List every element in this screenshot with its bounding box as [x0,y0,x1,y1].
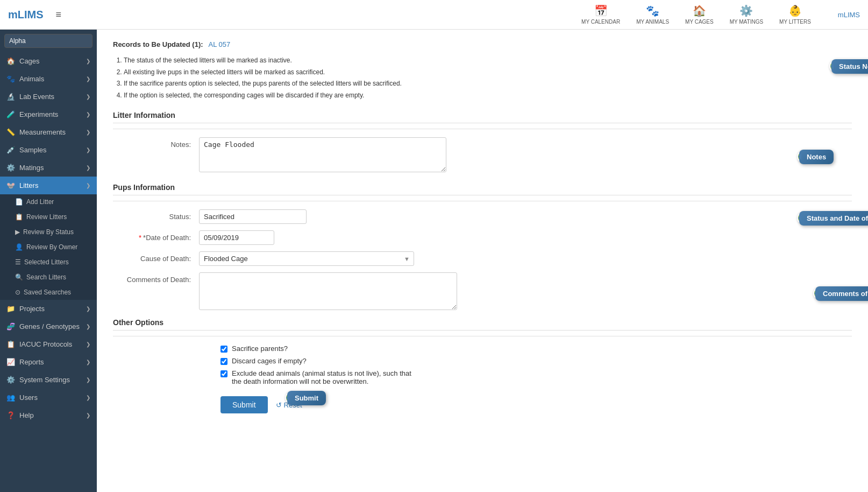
reset-icon: ↺ [276,401,282,409]
cages-icon: 🏠 [693,4,706,17]
sidebar-item-matings[interactable]: ⚙️ Matings ❯ [0,159,97,177]
status-label: Status: [113,209,199,221]
sidebar-item-genes[interactable]: 🧬 Genes / Genotypes ❯ [0,318,97,335]
system-settings-icon: ⚙️ [6,376,15,384]
litters-icon: 👶 [788,4,802,17]
sidebar-item-iacuc[interactable]: 📋 IACUC Protocols ❯ [0,335,97,353]
nav-my-animals[interactable]: 🐾 MY ANIMALS [636,4,669,25]
experiments-sidebar-icon: 🧪 [6,110,15,118]
chevron-right-icon: ❯ [86,76,90,82]
calendar-icon: 📅 [594,4,608,17]
hamburger-icon[interactable]: ≡ [56,9,62,20]
date-of-death-row: *Date of Death: [113,230,852,245]
review-by-status-icon: ▶ [15,228,20,236]
sidebar-users-label: Users [19,393,38,402]
sidebar-system-settings-label: System Settings [19,376,70,384]
sidebar-item-saved-searches[interactable]: ⊙ Saved Searches [0,285,97,300]
exclude-dead-checkbox[interactable] [220,370,227,377]
chevron-right-icon: ❯ [86,341,90,347]
chevron-right-icon: ❯ [86,377,90,383]
review-litters-icon: 📋 [15,213,23,221]
sidebar-item-selected-litters[interactable]: ☰ Selected Litters [0,255,97,270]
nav-my-cages[interactable]: 🏠 MY CAGES [685,4,714,25]
submit-tooltip: Submit [287,391,326,405]
chevron-right-icon: ❯ [86,111,90,117]
nav-icons: 📅 MY CALENDAR 🐾 MY ANIMALS 🏠 MY CAGES ⚙️… [581,4,860,25]
discard-cages-checkbox[interactable] [220,358,227,365]
sidebar-litters-submenu: 📄 Add Litter 📋 Review Litters ▶ Review B… [0,194,97,300]
sidebar-item-reports[interactable]: 📈 Reports ❯ [0,353,97,371]
comments-textarea[interactable] [199,272,457,310]
nav-my-matings-label: MY MATINGS [730,19,763,25]
status-note-2: All existing live pups in the selected l… [124,67,717,79]
review-litters-label: Review Litters [26,213,67,221]
chevron-right-icon: ❯ [86,395,90,400]
nav-my-calendar-label: MY CALENDAR [581,19,620,25]
notes-tooltip-group: Notes [797,151,809,163]
chevron-right-icon: ❯ [86,94,90,100]
sidebar-item-search-litters[interactable]: 🔍 Search Litters [0,270,97,285]
review-by-owner-icon: 👤 [15,243,23,251]
nav-my-matings[interactable]: ⚙️ MY MATINGS [730,4,763,25]
cause-select-wrapper: Flooded Cage Natural Death Sacrificed Un… [199,251,414,266]
matings-icon: ⚙️ [739,4,753,17]
chevron-down-icon: ❯ [86,182,90,188]
nav-my-cages-label: MY CAGES [685,19,714,25]
saved-searches-icon: ⊙ [15,289,20,296]
exclude-dead-label: Exclude dead animals (animal status is n… [232,369,420,385]
sidebar-item-animals[interactable]: 🐾 Animals ❯ [0,70,97,88]
nav-user[interactable]: mLIMS [838,11,860,19]
chevron-right-icon: ❯ [86,412,90,418]
measurements-sidebar-icon: 📏 [6,128,15,136]
submit-tooltip-group: Submit [285,392,297,404]
sidebar-item-add-litter[interactable]: 📄 Add Litter [0,194,97,209]
projects-icon: 📁 [6,305,15,313]
status-input[interactable] [199,209,307,224]
notes-row: Notes: Cage Flooded Notes [113,137,852,172]
sidebar-item-projects[interactable]: 📁 Projects ❯ [0,300,97,318]
sidebar-item-cages[interactable]: 🏠 Cages ❯ [0,52,97,70]
sidebar-item-help[interactable]: ❓ Help ❯ [0,406,97,424]
animals-sidebar-icon: 🐾 [6,75,15,83]
chevron-right-icon: ❯ [86,58,90,64]
discard-cages-row: Discard cages if empty? Other Options [220,357,852,365]
notes-textarea[interactable]: Cage Flooded [199,137,446,172]
status-row: Status: Status and Date of Death [113,209,852,224]
sidebar-item-experiments[interactable]: 🧪 Experiments ❯ [0,106,97,123]
search-litters-icon: 🔍 [15,273,23,281]
sidebar-projects-label: Projects [19,305,45,313]
sidebar-item-lab-events[interactable]: 🔬 Lab Events ❯ [0,88,97,106]
chevron-right-icon: ❯ [86,306,90,312]
help-icon: ❓ [6,411,15,419]
date-of-death-input[interactable] [199,230,274,245]
nav-my-calendar[interactable]: 📅 MY CALENDAR [581,4,620,25]
records-link[interactable]: AL 057 [209,40,231,48]
sidebar-item-users[interactable]: 👥 Users ❯ [0,389,97,406]
notes-tooltip: Notes [799,150,834,164]
iacuc-icon: 📋 [6,340,15,348]
submit-button[interactable]: Submit [220,396,268,413]
chevron-right-icon: ❯ [86,165,90,171]
chevron-right-icon: ❯ [86,147,90,153]
sidebar-item-samples[interactable]: 💉 Samples ❯ [0,141,97,159]
samples-sidebar-icon: 💉 [6,146,15,154]
sidebar-search-container [0,30,97,52]
sidebar-item-measurements[interactable]: 📏 Measurements ❯ [0,123,97,141]
sidebar-item-system-settings[interactable]: ⚙️ System Settings ❯ [0,371,97,389]
sacrifice-parents-checkbox[interactable] [220,346,227,353]
comments-label: Comments of Death: [113,272,199,284]
sacrifice-parents-row: Sacrifice parents? [220,345,852,353]
sidebar-item-review-litters[interactable]: 📋 Review Litters [0,209,97,224]
sidebar-item-review-by-status[interactable]: ▶ Review By Status [0,224,97,240]
sidebar-item-litters[interactable]: 🐭 Litters ❯ [0,177,97,194]
nav-my-litters[interactable]: 👶 MY LITTERS [779,4,811,25]
sidebar-help-label: Help [19,411,34,419]
other-options-header: Other Options [113,318,852,331]
sidebar-iacuc-label: IACUC Protocols [19,340,72,348]
sidebar-item-review-by-owner[interactable]: 👤 Review By Owner [0,240,97,255]
sidebar-search-input[interactable] [4,34,93,48]
cause-of-death-row: Cause of Death: Flooded Cage Natural Dea… [113,251,852,266]
cause-of-death-label: Cause of Death: [113,251,199,263]
other-divider [113,336,852,336]
cause-of-death-select[interactable]: Flooded Cage Natural Death Sacrificed Un… [199,251,414,266]
